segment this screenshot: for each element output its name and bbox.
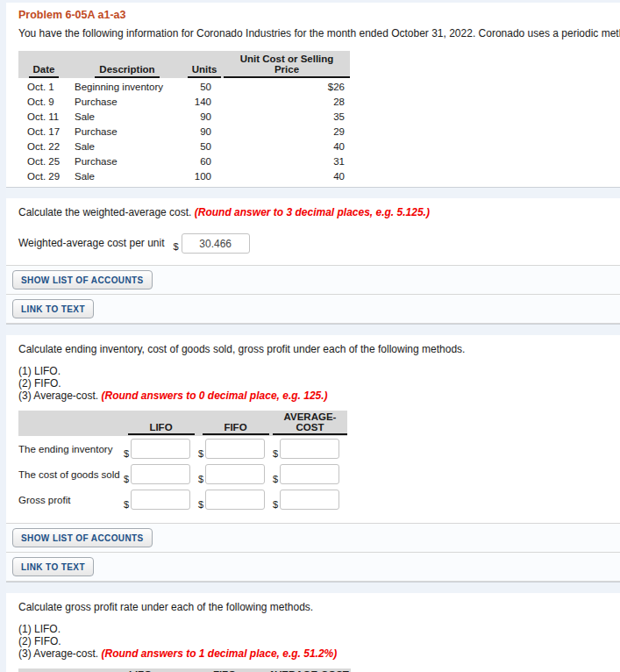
method-item-lifo: (1) LIFO. [18, 623, 620, 635]
cell-gross-profit-lifo: $ [124, 487, 198, 512]
column-header-fifo: FIFO [198, 411, 273, 436]
cell-date: Oct. 17 [18, 123, 69, 138]
column-header-lifo: LIFO [124, 411, 198, 436]
cell-date: Oct. 1 [18, 78, 69, 93]
section-divider [6, 187, 620, 198]
gross-profit-lifo-input[interactable] [131, 490, 190, 510]
cogs-average-input[interactable] [280, 464, 339, 484]
row-label-ending-inventory: The ending inventory [18, 436, 124, 461]
cell-price: 31 [224, 153, 350, 168]
column-header-units: Units [185, 51, 224, 78]
cell-price: 28 [224, 93, 350, 108]
section-gross-profit-rate: Calculate gross profit rate under each o… [6, 601, 620, 672]
table-row: Oct. 29 Sale 100 40 [18, 168, 350, 182]
gross-profit-rate-grid: LIFO FIFO AVERAGE-COST Gross profit rate… [18, 668, 351, 672]
show-list-of-accounts-button[interactable]: SHOW LIST OF ACCOUNTS [12, 528, 153, 547]
section-divider [6, 324, 620, 335]
actions-row: LINK TO TEXT [6, 553, 620, 582]
rounding-note: (Round answer to 3 decimal places, e.g. … [195, 206, 430, 218]
cell-price: 40 [224, 138, 350, 153]
cell-units: 100 [185, 168, 224, 182]
column-header-average-cost: AVERAGE-COST [273, 411, 347, 436]
cell-units: 140 [185, 93, 224, 108]
cell-price: 29 [224, 123, 350, 138]
weighted-average-cost-input[interactable] [182, 233, 250, 254]
gross-profit-fifo-input[interactable] [205, 490, 265, 510]
link-to-text-button[interactable]: LINK TO TEXT [12, 299, 94, 318]
cell-description: Purchase [69, 153, 185, 168]
dollar-sign: $ [273, 499, 278, 510]
page-title: Problem 6-05A a1-a3 [18, 9, 620, 21]
dollar-sign: $ [198, 448, 203, 459]
cell-description: Sale [69, 138, 185, 153]
column-header-price: Unit Cost or Selling Price [224, 51, 350, 78]
methods-header-row: LIFO FIFO AVERAGE-COST [18, 668, 351, 672]
cell-date: Oct. 22 [18, 138, 69, 153]
dollar-sign: $ [198, 499, 203, 510]
show-list-of-accounts-button[interactable]: SHOW LIST OF ACCOUNTS [12, 270, 153, 290]
gross-profit-average-input[interactable] [280, 490, 339, 510]
inventory-table: Date Description Units Unit Cost or Sell… [18, 51, 350, 182]
methods-header-row: LIFO FIFO AVERAGE-COST [18, 411, 347, 436]
actions-panel: SHOW LIST OF ACCOUNTS LINK TO TEXT [6, 265, 620, 324]
cell-description: Beginning inventory [69, 78, 185, 93]
empty-header-cell [18, 411, 124, 436]
column-header-description: Description [69, 51, 185, 78]
table-row: Oct. 9 Purchase 140 28 [18, 93, 350, 108]
method-item-fifo: (2) FIFO. [18, 377, 620, 390]
table-row: Oct. 11 Sale 90 35 [18, 108, 350, 123]
ending-inventory-average-input[interactable] [280, 439, 339, 459]
cell-units: 50 [185, 78, 224, 93]
actions-row: SHOW LIST OF ACCOUNTS [6, 524, 620, 553]
cell-cogs-lifo: $ [124, 461, 198, 487]
prompt-gross-profit-rate: Calculate gross profit rate under each o… [18, 601, 620, 613]
cell-date: Oct. 25 [18, 153, 69, 168]
ending-inventory-lifo-input[interactable] [131, 439, 190, 459]
dollar-sign: $ [273, 474, 278, 484]
cell-date: Oct. 11 [18, 108, 69, 123]
cell-units: 90 [185, 123, 224, 138]
dollar-sign: $ [124, 474, 129, 484]
dollar-sign: $ [124, 448, 129, 459]
table-row: Oct. 17 Purchase 90 29 [18, 123, 350, 138]
cell-date: Oct. 9 [18, 93, 69, 108]
cell-units: 50 [185, 138, 224, 153]
column-header-date: Date [18, 51, 69, 78]
cell-cogs-fifo: $ [198, 461, 273, 487]
method-item-average: (3) Average-cost. (Round answers to 1 de… [18, 647, 620, 660]
table-row: Oct. 1 Beginning inventory 50 $26 [18, 78, 350, 93]
column-header-average-cost: AVERAGE-COST [267, 668, 351, 672]
empty-header-cell [18, 668, 98, 672]
table-row: Oct. 22 Sale 50 40 [18, 138, 350, 153]
row-label-gross-profit: Gross profit [18, 487, 124, 512]
column-header-fifo: FIFO [182, 668, 267, 672]
cell-ending-inventory-fifo: $ [198, 436, 273, 461]
dollar-sign: $ [124, 499, 129, 510]
dollar-sign: $ [198, 474, 203, 484]
table-row: Gross profit $ $ $ [18, 487, 347, 512]
cell-price: $26 [224, 78, 350, 93]
cell-gross-profit-average: $ [273, 487, 347, 512]
cogs-lifo-input[interactable] [131, 464, 190, 484]
method-item-average: (3) Average-cost. (Round answers to 0 de… [18, 390, 620, 402]
cell-date: Oct. 29 [18, 168, 69, 182]
rounding-note: (Round answers to 1 decimal place, e.g. … [102, 647, 338, 660]
actions-row: SHOW LIST OF ACCOUNTS [6, 266, 620, 295]
cell-description: Sale [69, 168, 185, 182]
cell-units: 90 [185, 108, 224, 123]
section-weighted-average: Calculate the weighted-average cost. (Ro… [6, 206, 620, 324]
cell-price: 40 [224, 168, 350, 182]
section-intro: Problem 6-05A a1-a3 You have the followi… [6, 3, 620, 187]
ending-inventory-fifo-input[interactable] [205, 439, 265, 459]
method-list: (1) LIFO. (2) FIFO. (3) Average-cost. (R… [18, 623, 620, 660]
section-divider [6, 582, 620, 593]
problem-statement: You have the following information for C… [18, 27, 620, 39]
link-to-text-button[interactable]: LINK TO TEXT [12, 557, 94, 576]
section-methods: Calculate ending inventory, cost of good… [6, 343, 620, 582]
column-header-lifo: LIFO [98, 668, 182, 672]
cell-description: Purchase [69, 93, 185, 108]
cogs-fifo-input[interactable] [205, 464, 265, 484]
dollar-sign: $ [273, 448, 278, 459]
problem-page: Problem 6-05A a1-a3 You have the followi… [6, 3, 620, 672]
cell-units: 60 [185, 153, 224, 168]
